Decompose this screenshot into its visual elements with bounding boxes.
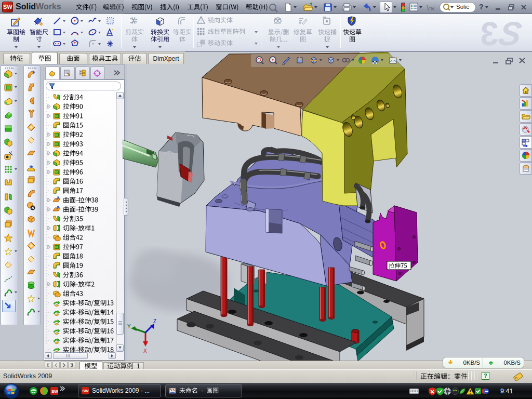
svg-text:SW: SW — [83, 389, 89, 393]
svg-text:Z: Z — [153, 318, 156, 324]
svg-text:Y: Y — [127, 324, 131, 329]
svg-text:SW: SW — [51, 389, 58, 394]
svg-text:X: X — [143, 348, 147, 354]
